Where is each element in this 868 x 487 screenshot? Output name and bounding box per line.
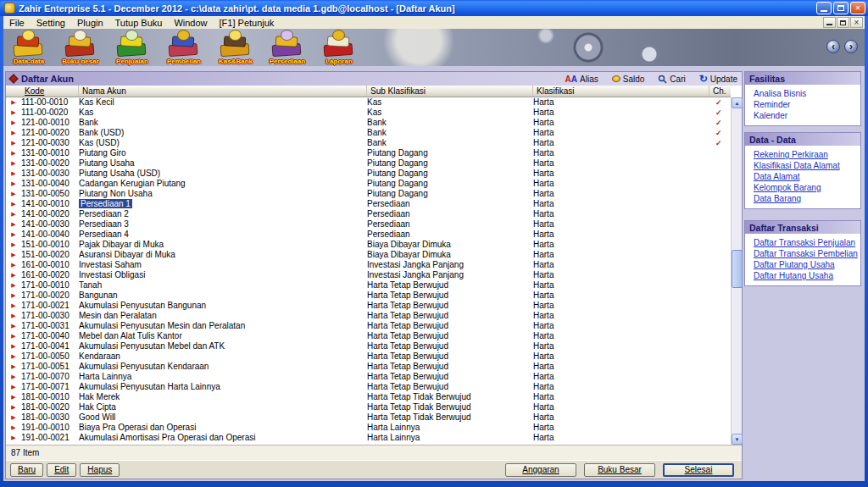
- sidebar-link-daftar-hutang-usaha[interactable]: Daftar Hutang Usaha: [745, 270, 860, 281]
- table-row[interactable]: ▶171-00-0031Akumulasi Penyusutan Mesin d…: [6, 321, 731, 331]
- table-row[interactable]: ▶141-00-0030Persediaan 3PersediaanHarta: [6, 219, 731, 230]
- buku-besar-button[interactable]: Buku Besar: [584, 463, 655, 477]
- table-row[interactable]: ▶121-00-0010BankBankHarta✓: [6, 118, 731, 128]
- table-row[interactable]: ▶151-00-0010Pajak Dibayar di MukaBiaya D…: [6, 240, 731, 250]
- scroll-down-button[interactable]: ▼: [732, 434, 743, 445]
- row-marker-icon: ▶: [6, 219, 21, 230]
- cell-nama-akun: Harta Lainnya: [79, 372, 367, 382]
- panel-header: Daftar Akun AAAliasSaldoCari↻Update: [6, 72, 742, 86]
- cell-nama-akun: Asuransi Dibayar di Muka: [79, 250, 367, 260]
- column-klasifikasi[interactable]: Klasifikasi: [533, 86, 709, 97]
- table-row[interactable]: ▶111-00-0020KasKasHarta✓: [6, 108, 731, 118]
- minimize-button[interactable]: [816, 2, 832, 14]
- table-row[interactable]: ▶151-00-0020Asuransi Dibayar di MukaBiay…: [6, 250, 731, 260]
- toolbar-button-laporan[interactable]: Laporan: [317, 30, 361, 65]
- refresh-icon: ↻: [699, 74, 708, 84]
- column-nama-akun[interactable]: Nama Akun: [79, 86, 367, 97]
- table-row[interactable]: ▶131-00-0010Piutang GiroPiutang DagangHa…: [6, 148, 731, 158]
- cell-klasifikasi: Harta: [533, 311, 709, 321]
- sidebar-link-daftar-transaksi-penjualan[interactable]: Daftar Transaksi Penjualan: [745, 237, 860, 248]
- table-row[interactable]: ▶121-00-0030Kas (USD)BankHarta✓: [6, 138, 731, 148]
- table-row[interactable]: ▶171-00-0051Akumulasi Penyusutan Kendara…: [6, 362, 731, 372]
- table-row[interactable]: ▶171-00-0040Mebel dan Alat Tulis KantorH…: [6, 331, 731, 341]
- table-row[interactable]: ▶171-00-0021Akumulasi Penyusutan Banguna…: [6, 301, 731, 311]
- saldo-button[interactable]: Saldo: [612, 75, 645, 84]
- sidebar-link-kelompok-barang[interactable]: Kelompok Barang: [745, 182, 860, 193]
- selesai-button[interactable]: Selesai: [663, 463, 734, 477]
- cell-klasifikasi: Harta: [533, 199, 709, 209]
- window-title: Zahir Enterprise 5.1 - December 2012 - c…: [19, 3, 816, 14]
- table-row[interactable]: ▶131-00-0050Piutang Non UsahaPiutang Dag…: [6, 189, 731, 199]
- nav-back-button[interactable]: ‹: [826, 40, 840, 53]
- sidebar-link-data-barang[interactable]: Data Barang: [745, 193, 860, 204]
- sidebar-link-rekening-perkiraan[interactable]: Rekening Perkiraan: [745, 149, 860, 160]
- table-row[interactable]: ▶161-00-0020Investasi ObligasiInvestasi …: [6, 270, 731, 280]
- toolbar-button-kas-bank[interactable]: Kas&Bank: [214, 30, 258, 65]
- table-row[interactable]: ▶131-00-0020Piutang UsahaPiutang DagangH…: [6, 158, 731, 169]
- menu-item-plugin[interactable]: Plugin: [71, 18, 109, 28]
- sidebar-link-klasifikasi-data-alamat[interactable]: Klasifikasi Data Alamat: [745, 160, 860, 171]
- alias-button[interactable]: AAAlias: [565, 75, 598, 84]
- column-sub-klasifikasi[interactable]: Sub Klasifikasi: [367, 86, 533, 97]
- sidebar-link-daftar-transaksi-pembelian[interactable]: Daftar Transaksi Pembelian: [745, 248, 860, 259]
- mdi-restore-button[interactable]: [837, 17, 849, 28]
- cell-klasifikasi: Harta: [533, 108, 709, 118]
- cell-nama-akun: Good Will: [79, 412, 367, 423]
- vertical-scrollbar[interactable]: ▲ ▼: [731, 97, 742, 445]
- table-row[interactable]: ▶181-00-0030Good WillHarta Tetap Tidak B…: [6, 412, 731, 423]
- toolbar-button-persediaan[interactable]: Persediaan: [265, 30, 309, 65]
- scrollbar-thumb[interactable]: [732, 250, 743, 288]
- sidebar-link-daftar-piutang-usaha[interactable]: Daftar Piutang Usaha: [745, 259, 860, 270]
- mdi-close-button[interactable]: ×: [850, 17, 863, 28]
- menu-item-window[interactable]: Window: [168, 18, 213, 28]
- column-ch[interactable]: Ch.: [709, 86, 731, 97]
- maximize-icon: [837, 5, 844, 11]
- update-button[interactable]: ↻Update: [699, 74, 737, 84]
- table-row[interactable]: ▶181-00-0010Hak MerekHarta Tetap Tidak B…: [6, 392, 731, 402]
- toolbar-button-pembelian[interactable]: Pembelian: [162, 30, 206, 65]
- sidebar-link-data-alamat[interactable]: Data Alamat: [745, 171, 860, 182]
- table-row[interactable]: ▶191-00-0010Biaya Pra Operasi dan Operas…: [6, 423, 731, 433]
- sidebar-link-kalender[interactable]: Kalender: [745, 110, 860, 121]
- menu-item-file[interactable]: File: [3, 18, 31, 28]
- menu-item-tutup-buku[interactable]: Tutup Buku: [109, 18, 169, 28]
- table-row[interactable]: ▶121-00-0020Bank (USD)BankHarta✓: [6, 128, 731, 138]
- table-row[interactable]: ▶191-00-0021Akumulasi Amortisasi Pra Ope…: [6, 433, 731, 443]
- table-row[interactable]: ▶171-00-0070Harta LainnyaHarta Tetap Ber…: [6, 372, 731, 382]
- table-row[interactable]: ▶141-00-0020Persediaan 2PersediaanHarta: [6, 209, 731, 219]
- menu-item-setting[interactable]: Setting: [31, 18, 71, 28]
- anggaran-button[interactable]: Anggaran: [505, 463, 576, 477]
- menu-item-f1-petunjuk[interactable]: [F1] Petunjuk: [214, 18, 281, 28]
- cell-nama-akun: Bank (USD): [79, 128, 367, 138]
- toolbar-button-penjualan[interactable]: Penjualan: [110, 30, 154, 65]
- close-button[interactable]: ×: [850, 2, 865, 14]
- sidebar-link-reminder[interactable]: Reminder: [745, 99, 860, 110]
- table-row[interactable]: ▶161-00-0010Investasi SahamInvestasi Jan…: [6, 260, 731, 270]
- table-row[interactable]: ▶181-00-0020Hak CiptaHarta Tetap Tidak B…: [6, 402, 731, 412]
- baru-button[interactable]: Baru: [10, 463, 43, 477]
- maximize-button[interactable]: [833, 2, 849, 14]
- edit-button[interactable]: Edit: [47, 463, 76, 477]
- toolbar-button-buku-besar[interactable]: Buku besar: [58, 30, 103, 65]
- table-row[interactable]: ▶111-00-0010Kas KecilKasHarta✓: [6, 97, 731, 108]
- mdi-minimize-button[interactable]: [823, 17, 836, 28]
- table-row[interactable]: ▶171-00-0010TanahHarta Tetap BerwujudHar…: [6, 280, 731, 291]
- table-row[interactable]: ▶141-00-0010Persediaan 1PersediaanHarta: [6, 199, 731, 209]
- row-marker-icon: ▶: [6, 291, 21, 301]
- table-row[interactable]: ▶171-00-0041Akumulasi Penyusutan Mebel d…: [6, 341, 731, 351]
- table-row[interactable]: ▶171-00-0050KendaraanHarta Tetap Berwuju…: [6, 351, 731, 362]
- sidebar-link-analisa-bisnis[interactable]: Analisa Bisnis: [745, 88, 860, 99]
- column-kode[interactable]: Kode: [21, 86, 79, 97]
- table-row[interactable]: ▶131-00-0040Cadangan Kerugian PiutangPiu…: [6, 179, 731, 189]
- nav-forward-button[interactable]: ›: [844, 40, 858, 53]
- table-row[interactable]: ▶141-00-0040Persediaan 4PersediaanHarta: [6, 230, 731, 240]
- table-row[interactable]: ▶171-00-0020BangunanHarta Tetap Berwujud…: [6, 291, 731, 301]
- table-row[interactable]: ▶131-00-0030Piutang Usaha (USD)Piutang D…: [6, 169, 731, 179]
- table-row[interactable]: ▶171-00-0030Mesin dan PeralatanHarta Tet…: [6, 311, 731, 321]
- table-row[interactable]: ▶171-00-0071Akumulasi Penyusutan Harta L…: [6, 382, 731, 392]
- scroll-up-button[interactable]: ▲: [732, 97, 743, 108]
- hapus-button[interactable]: Hapus: [80, 463, 120, 477]
- toolbar-button-data-data[interactable]: Data-data: [7, 30, 51, 65]
- toolbar-buttons: Data-dataBuku besarPenjualanPembelianKas…: [7, 30, 361, 65]
- cari-button[interactable]: Cari: [658, 75, 685, 84]
